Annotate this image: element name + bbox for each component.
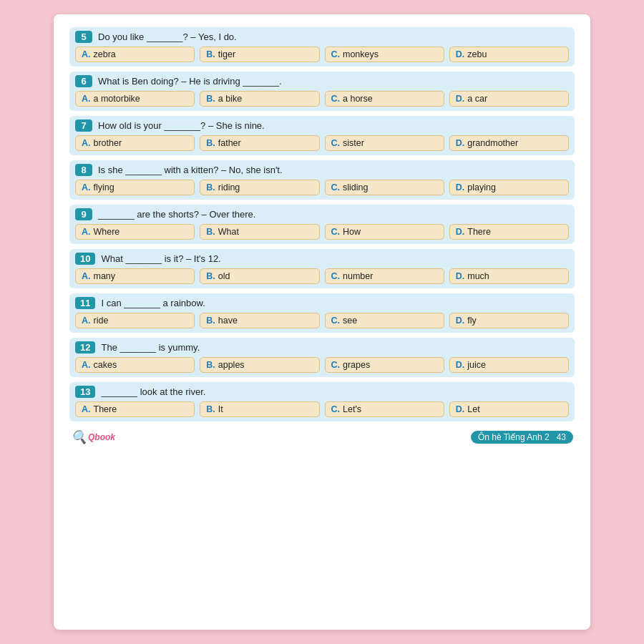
option-text-5-B: tiger xyxy=(218,49,235,59)
option-7-D[interactable]: D. grandmother xyxy=(449,135,569,151)
option-letter-8-C: C. xyxy=(331,182,341,192)
option-13-A[interactable]: A. There xyxy=(75,401,195,417)
option-9-D[interactable]: D. There xyxy=(449,224,569,240)
option-6-B[interactable]: B. a bike xyxy=(200,91,319,107)
question-num-6: 6 xyxy=(75,75,92,87)
option-12-A[interactable]: A. cakes xyxy=(75,357,195,373)
option-letter-6-B: B. xyxy=(206,94,215,104)
option-text-10-D: much xyxy=(467,271,489,281)
logo: 🔍 Qbook xyxy=(71,429,115,445)
option-text-12-C: grapes xyxy=(343,360,370,370)
question-text-11: I can _______ a rainbow. xyxy=(101,298,205,308)
option-7-B[interactable]: B. father xyxy=(200,135,319,151)
option-text-8-C: sliding xyxy=(343,182,368,192)
option-letter-13-A: A. xyxy=(82,404,91,414)
option-8-D[interactable]: D. playing xyxy=(449,180,569,195)
question-header-10: 10What _______ is it? – It's 12. xyxy=(75,253,569,265)
option-8-B[interactable]: B. riding xyxy=(200,180,319,195)
question-header-11: 11I can _______ a rainbow. xyxy=(75,297,569,309)
question-text-13: _______ look at the river. xyxy=(101,386,205,397)
question-header-6: 6What is Ben doing? – He is driving ____… xyxy=(75,75,569,87)
option-text-5-C: monkeys xyxy=(343,49,379,59)
option-letter-12-A: A. xyxy=(82,360,91,370)
option-9-C[interactable]: C. How xyxy=(325,224,444,240)
question-header-8: 8Is she _______ with a kitten? – No, she… xyxy=(75,164,569,176)
option-13-C[interactable]: C. Let's xyxy=(325,401,444,417)
option-text-11-C: see xyxy=(343,316,357,326)
question-num-11: 11 xyxy=(75,297,95,309)
options-row-8: A. flyingB. ridingC. slidingD. playing xyxy=(75,180,569,195)
option-letter-7-D: D. xyxy=(456,138,465,148)
option-text-13-C: Let's xyxy=(343,404,361,414)
option-13-B[interactable]: B. It xyxy=(200,401,319,417)
options-row-13: A. ThereB. ItC. Let'sD. Let xyxy=(75,401,569,417)
option-text-12-B: apples xyxy=(218,360,245,370)
option-7-C[interactable]: C. sister xyxy=(325,135,444,151)
option-11-B[interactable]: B. have xyxy=(200,313,319,328)
question-block-9: 9_______ are the shorts? – Over there.A.… xyxy=(69,205,575,244)
options-row-6: A. a motorbikeB. a bikeC. a horseD. a ca… xyxy=(75,91,569,107)
option-10-D[interactable]: D. much xyxy=(449,268,569,284)
option-text-7-A: brother xyxy=(94,138,122,148)
option-10-B[interactable]: B. old xyxy=(200,268,319,284)
option-letter-6-D: D. xyxy=(456,94,465,104)
question-num-13: 13 xyxy=(75,386,95,398)
option-text-13-D: Let xyxy=(467,404,479,414)
question-block-13: 13_______ look at the river.A. ThereB. I… xyxy=(69,382,575,421)
option-10-A[interactable]: A. many xyxy=(75,268,195,284)
option-text-10-A: many xyxy=(94,271,116,281)
option-9-B[interactable]: B. What xyxy=(200,224,319,240)
option-text-9-A: Where xyxy=(94,227,120,237)
question-header-5: 5Do you like _______? – Yes, I do. xyxy=(75,31,569,43)
question-block-10: 10What _______ is it? – It's 12.A. manyB… xyxy=(69,249,575,288)
option-6-A[interactable]: A. a motorbike xyxy=(75,91,195,107)
option-letter-5-C: C. xyxy=(331,49,341,59)
option-13-D[interactable]: D. Let xyxy=(449,401,569,417)
option-letter-9-D: D. xyxy=(456,227,465,237)
option-text-8-D: playing xyxy=(467,182,496,192)
question-block-12: 12The _______ is yummy.A. cakesB. apples… xyxy=(69,338,575,377)
question-text-7: How old is your _______? – She is nine. xyxy=(98,120,265,131)
option-text-13-A: There xyxy=(94,404,117,414)
option-letter-12-C: C. xyxy=(331,360,341,370)
option-7-A[interactable]: A. brother xyxy=(75,135,195,151)
option-12-B[interactable]: B. apples xyxy=(200,357,319,373)
option-letter-5-B: B. xyxy=(206,49,215,59)
option-letter-10-C: C. xyxy=(331,271,341,281)
option-letter-9-A: A. xyxy=(82,227,91,237)
option-text-7-B: father xyxy=(218,138,241,148)
option-6-D[interactable]: D. a car xyxy=(449,91,569,107)
option-letter-6-C: C. xyxy=(331,94,341,104)
page: 5Do you like _______? – Yes, I do.A. zeb… xyxy=(54,14,590,630)
option-text-13-B: It xyxy=(218,404,223,414)
option-9-A[interactable]: A. Where xyxy=(75,224,195,240)
option-6-C[interactable]: C. a horse xyxy=(325,91,444,107)
option-letter-11-C: C. xyxy=(331,316,341,326)
option-5-A[interactable]: A. zebra xyxy=(75,47,195,62)
option-text-7-D: grandmother xyxy=(467,138,518,148)
option-5-C[interactable]: C. monkeys xyxy=(325,47,444,62)
logo-icon: 🔍 xyxy=(71,429,87,445)
option-letter-7-B: B. xyxy=(206,138,215,148)
option-11-A[interactable]: A. ride xyxy=(75,313,195,328)
option-8-A[interactable]: A. flying xyxy=(75,180,195,195)
option-letter-10-A: A. xyxy=(82,271,91,281)
question-num-10: 10 xyxy=(75,253,95,265)
option-letter-10-B: B. xyxy=(206,271,215,281)
option-text-12-A: cakes xyxy=(94,360,117,370)
option-letter-8-A: A. xyxy=(82,182,91,192)
option-12-D[interactable]: D. juice xyxy=(449,357,569,373)
option-8-C[interactable]: C. sliding xyxy=(325,180,444,195)
option-11-D[interactable]: D. fly xyxy=(449,313,569,328)
option-11-C[interactable]: C. see xyxy=(325,313,444,328)
option-12-C[interactable]: C. grapes xyxy=(325,357,444,373)
question-text-8: Is she _______ with a kitten? – No, she … xyxy=(98,165,283,175)
question-block-11: 11I can _______ a rainbow.A. rideB. have… xyxy=(69,293,575,333)
question-num-7: 7 xyxy=(75,119,92,132)
option-5-D[interactable]: D. zebu xyxy=(449,47,569,62)
option-5-B[interactable]: B. tiger xyxy=(200,47,319,62)
option-10-C[interactable]: C. number xyxy=(325,268,444,284)
option-letter-5-D: D. xyxy=(456,49,465,59)
question-num-8: 8 xyxy=(75,164,92,176)
option-text-11-A: ride xyxy=(94,316,109,326)
